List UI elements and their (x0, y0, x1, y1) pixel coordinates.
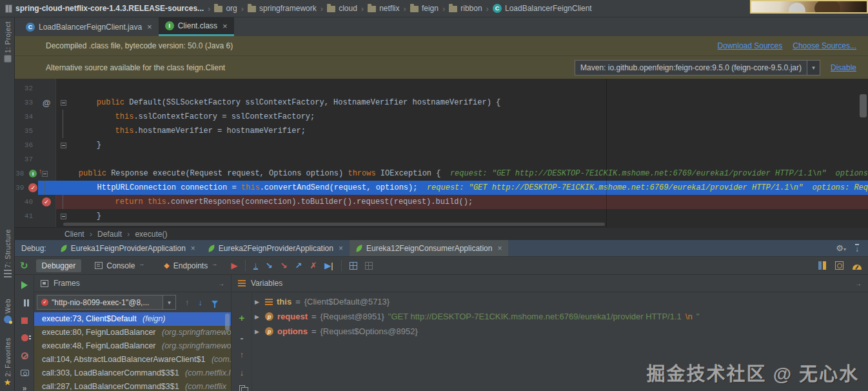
thread-selector-dropdown[interactable]: ✓ "http-nio-8099-exec-1"@8,... ▾ (37, 295, 176, 310)
debug-session-tab-eureka2feignproviderapplication[interactable]: Eureka2FeignProviderApplication× (202, 240, 350, 256)
variable-row-options[interactable]: ▶poptions = {Request$Options@8952} (252, 324, 868, 339)
close-icon[interactable]: × (191, 244, 195, 253)
stack-frame-row[interactable]: execute:73, Client$Default (feign) (34, 312, 231, 326)
implementation-marker-icon[interactable]: I (29, 170, 37, 177)
code-line-40[interactable]: 40✓return this.convertResponse(connectio… (15, 195, 868, 209)
step-into-icon[interactable]: ↘ (266, 261, 273, 270)
profiler-gauge-icon[interactable] (853, 265, 862, 270)
tab-console[interactable]: Console → (89, 259, 150, 272)
drop-frame-icon[interactable]: ✗ (310, 261, 317, 270)
dock-mini-icon[interactable]: → (855, 280, 862, 287)
tab-debugger[interactable]: Debugger (36, 259, 82, 272)
more-actions-icon[interactable]: » (15, 384, 34, 391)
fold-marker-icon[interactable] (42, 171, 48, 177)
mute-breakpoints-icon[interactable] (15, 352, 34, 359)
step-out-icon[interactable]: ↗ (295, 261, 302, 270)
download-sources-link[interactable]: Download Sources (718, 41, 783, 50)
editor-breadcrumb-execute[interactable]: execute() (135, 230, 167, 239)
gutter-icon-cell[interactable]: ✓ (28, 181, 38, 195)
variable-row-request[interactable]: ▶prequest = {Request@8951} "GET http://D… (252, 309, 868, 324)
hide-library-frames-filter-icon[interactable] (212, 301, 218, 305)
pause-program-icon[interactable] (15, 299, 34, 306)
stack-frame-row[interactable]: call:303, LoadBalancerCommand$3$1 (com.n… (34, 366, 231, 380)
stack-frame-row[interactable]: execute:80, FeignLoadBalancer (org.sprin… (34, 326, 231, 339)
source-jar-dropdown[interactable]: Maven: io.github.openfeign:feign-core:9.… (575, 60, 820, 75)
breadcrumb-item-spring-cloud-netflix-core-1-4-[interactable]: spring-cloud-netflix-core-1.4.3.RELEASE-… (4, 4, 205, 13)
sidebar-item-web[interactable]: Web (0, 299, 15, 323)
stack-frame-row[interactable]: call:104, AbstractLoadBalancerAwareClien… (34, 353, 231, 366)
tab-endpoints[interactable]: ◆ Endpoints → (158, 259, 223, 272)
code-line-38[interactable]: 38Ipublic Response execute(Request reque… (15, 166, 868, 181)
fold-marker-icon[interactable] (61, 100, 66, 106)
breadcrumb-item-netflix[interactable]: netflix (366, 4, 400, 13)
debug-session-tab-eureka12feignconsumerapplication[interactable]: Eureka12FeignConsumerApplication× (350, 240, 508, 256)
code-line-34[interactable]: 34this.sslContextFactory = sslContextFac… (15, 110, 868, 124)
expand-arrow-icon[interactable]: ▶ (255, 314, 261, 320)
breadcrumb-item-feign[interactable]: feign (409, 4, 440, 13)
variable-row-this[interactable]: ▶this = {Client$Default@5713} (252, 294, 868, 309)
layout-settings-icon[interactable] (365, 262, 373, 270)
close-icon[interactable]: × (497, 244, 502, 253)
duplicate-watch-icon[interactable] (232, 385, 252, 391)
resume-program-icon[interactable] (15, 281, 34, 289)
add-watch-icon[interactable]: + (232, 314, 252, 322)
gutter-icon-cell[interactable]: I (28, 166, 38, 181)
sidebar-item--structure[interactable]: 7: Structure (0, 229, 15, 277)
horizontal-scrollbar[interactable] (63, 223, 605, 226)
move-watch-up-icon[interactable]: ↑ (232, 350, 252, 359)
code-line-41[interactable]: 41} (15, 209, 868, 223)
gutter-icon-cell[interactable]: ✓ (37, 195, 56, 209)
thread-dump-icon[interactable] (818, 261, 826, 270)
code-line-37[interactable]: 37 (15, 152, 868, 166)
editor-breadcrumb-default[interactable]: Default (97, 230, 122, 239)
code-line-36[interactable]: 36} (15, 138, 868, 152)
fold-cell[interactable] (56, 209, 70, 223)
close-icon[interactable]: × (339, 244, 343, 253)
breadcrumb-item-cloud[interactable]: cloud (326, 4, 359, 13)
chevron-down-icon[interactable]: ▾ (807, 61, 820, 75)
sidebar-item--project[interactable]: 1: Project (0, 21, 15, 63)
breadcrumb-item-org[interactable]: org (213, 4, 238, 13)
editor-breadcrumb-client[interactable]: Client (64, 230, 84, 239)
disable-link[interactable]: Disable (831, 63, 856, 72)
breadcrumb-item-loadbalancerfeignclient[interactable]: CLoadBalancerFeignClient (491, 4, 593, 13)
close-icon[interactable]: × (222, 21, 228, 31)
sidebar-item--favorites[interactable]: 2: Favorites★ (0, 337, 15, 386)
stop-icon[interactable] (15, 317, 34, 324)
choose-sources-link[interactable]: Choose Sources... (793, 41, 856, 50)
code-line-39[interactable]: 39✓HttpURLConnection connection = this.c… (15, 181, 868, 195)
vertical-scrollbar[interactable] (860, 94, 867, 117)
frames-scrollbar-thumb[interactable] (225, 314, 230, 330)
fold-cell[interactable] (56, 138, 70, 152)
expand-arrow-icon[interactable]: ▶ (255, 328, 261, 335)
memory-view-icon[interactable] (835, 261, 843, 270)
expand-arrow-icon[interactable]: ▶ (255, 299, 261, 305)
force-step-into-icon[interactable]: ↘ (281, 261, 288, 270)
breadcrumb-item-springframework[interactable]: springframework (246, 4, 318, 13)
settings-gear-icon[interactable]: ⚙▾ (836, 243, 846, 253)
code-line-33[interactable]: 33@public Default(SSLSocketFactory sslCo… (15, 95, 868, 110)
editor-tab-client-class[interactable]: IClient.class× (159, 17, 234, 36)
evaluate-expression-icon[interactable] (350, 262, 357, 270)
breadcrumb-item-ribbon[interactable]: ribbon (448, 4, 483, 13)
camera-snapshot-icon[interactable] (15, 370, 34, 376)
fold-cell[interactable] (56, 95, 70, 110)
code-line-32[interactable]: 32 (15, 81, 868, 95)
code-editor[interactable]: 3233@public Default(SSLSocketFactory ssl… (15, 79, 868, 227)
chevron-down-icon[interactable]: ▾ (163, 296, 175, 309)
editor-tab-loadbalancerfeignclient-java[interactable]: CLoadBalancerFeignClient.java× (19, 17, 159, 36)
gutter-icon-cell[interactable]: @ (37, 95, 56, 110)
breakpoint-verified-icon[interactable]: ✓ (28, 183, 37, 192)
fold-marker-icon[interactable] (61, 143, 66, 148)
close-icon[interactable]: × (147, 22, 152, 32)
step-over-icon[interactable]: ↓ (253, 261, 258, 270)
run-to-cursor-icon[interactable]: ▶| (324, 261, 333, 270)
code-line-35[interactable]: 35this.hostnameVerifier = hostnameVerifi… (15, 124, 868, 138)
stack-frame-row[interactable]: execute:48, FeignLoadBalancer (org.sprin… (34, 339, 231, 353)
debug-session-tab-eureka1feignproviderapplication[interactable]: Eureka1FeignProviderApplication× (54, 240, 202, 256)
rerun-icon[interactable]: ↻ (20, 261, 28, 270)
breakpoint-verified-icon[interactable]: ✓ (42, 197, 51, 206)
dock-mini-icon[interactable]: → (218, 280, 224, 287)
next-frame-icon[interactable]: ↓ (199, 297, 203, 307)
view-breakpoints-icon[interactable] (15, 334, 34, 341)
